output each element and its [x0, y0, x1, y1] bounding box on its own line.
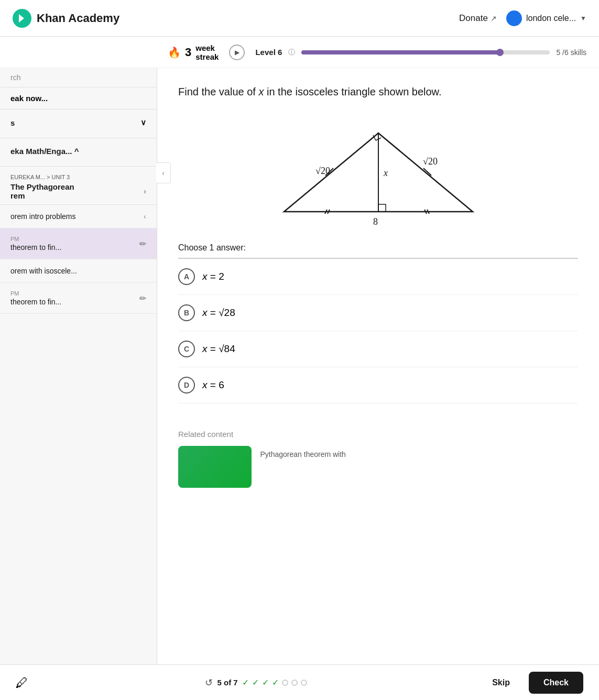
answer-text-a: x = 2 [202, 271, 224, 282]
chevron-right-intro-icon: ‹ [144, 212, 146, 221]
streak-label: streak [195, 52, 219, 61]
sidebar-current-sub: rem [10, 191, 74, 200]
answer-circle-c: C [178, 341, 195, 357]
level-section: Level 6 ⓘ 5 /6 skills [255, 48, 586, 57]
external-link-icon: ↗ [491, 14, 497, 23]
answer-choice-b[interactable]: B x = √28 [178, 295, 578, 331]
sidebar-current-item[interactable]: The Pythagorean rem › [10, 182, 146, 200]
refresh-icon[interactable]: ↺ [205, 677, 213, 688]
sidebar-item-isosceles-label: orem with isoscele... [10, 267, 146, 275]
check-dot-2: ✓ [252, 677, 259, 687]
progress-dot [496, 49, 504, 56]
sidebar-cs-section[interactable]: s ∨ [0, 110, 157, 138]
check-button[interactable]: Check [529, 672, 583, 694]
answer-choice-c[interactable]: C x = √84 [178, 331, 578, 367]
sidebar-item-theorem2-label: theorem to fin... [10, 298, 61, 306]
sidebar-breadcrumb: EUREKA M... > UNIT 3 [10, 174, 146, 180]
hint-icon[interactable]: 🖊 [16, 675, 28, 690]
sidebar-item-theorem1[interactable]: PM theorem to fin... ✏ [0, 228, 157, 259]
related-card[interactable] [178, 446, 252, 488]
sidebar-item-isosceles[interactable]: orem with isoscele... [0, 259, 157, 283]
choose-label: Choose 1 answer: [178, 243, 578, 253]
sidebar-current-label: The Pythagorean [10, 182, 74, 191]
sidebar-math-label: eka Math/Enga... ^ [10, 147, 79, 156]
donate-label: Donate [459, 13, 488, 24]
header: Khan Academy Donate ↗ london cele... ▼ [0, 0, 599, 37]
sidebar-item-theorem1-label: theorem to fin... [10, 243, 61, 251]
check-dot-4: ✓ [272, 677, 279, 687]
site-title: Khan Academy [37, 12, 119, 25]
streak-bar: 🔥 3 week streak ▶ Level 6 ⓘ 5 /6 skills [0, 37, 599, 68]
sidebar-math-section[interactable]: eka Math/Enga... ^ [0, 138, 157, 167]
related-card-title: Pythagorean theorem with [260, 446, 345, 458]
chevron-right-icon: › [144, 187, 146, 195]
header-right: Donate ↗ london cele... ▼ [459, 10, 586, 26]
user-info[interactable]: london cele... ▼ [506, 10, 586, 26]
check-dot-1: ✓ [242, 677, 249, 687]
sidebar: rch eak now... s ∨ eka Math/Enga... ^ EU… [0, 68, 157, 700]
sidebar-collapse-button[interactable]: ‹ [156, 162, 171, 183]
svg-text:√20: √20 [423, 156, 438, 167]
sidebar-item-theorem2-pm: PM [10, 290, 61, 297]
bottom-bar: 🖊 ↺ 5 of 7 ✓ ✓ ✓ ✓ Skip Check [0, 664, 599, 700]
sidebar-item-intro-label: orem intro problems [10, 212, 144, 221]
answer-circle-a: A [178, 268, 195, 285]
sidebar-current-section: EUREKA M... > UNIT 3 The Pythagorean rem… [0, 167, 157, 205]
content-area: Find the value of x in the isosceles tri… [157, 68, 599, 700]
streak-info: 🔥 3 week streak [168, 43, 219, 61]
progress-bar-fill [301, 50, 500, 54]
triangle-diagram: √20 √20 x 8 [178, 112, 578, 227]
sidebar-search: rch [0, 68, 157, 88]
empty-dot-1 [282, 680, 288, 686]
edit-icon: ✏ [139, 239, 146, 249]
related-content: Related content Pythagorean theorem with [178, 424, 578, 490]
streak-label-group: week streak [195, 43, 219, 61]
sidebar-item-theorem2[interactable]: PM theorem to fin... ✏ [0, 283, 157, 314]
chevron-down-cs-icon: ∨ [140, 118, 146, 127]
triangle-svg: √20 √20 x 8 [268, 112, 488, 227]
progress-counter: 5 of 7 [217, 678, 237, 687]
answer-text-c: x = √84 [202, 343, 235, 355]
answer-text-b: x = √28 [202, 307, 235, 319]
svg-text:8: 8 [373, 216, 378, 227]
skip-button[interactable]: Skip [484, 673, 518, 693]
skills-label: 5 /6 skills [556, 48, 586, 57]
search-hint: rch [10, 73, 20, 82]
user-label: london cele... [526, 14, 576, 23]
answer-choice-d[interactable]: D x = 6 [178, 367, 578, 403]
empty-dot-3 [301, 680, 307, 686]
header-left: Khan Academy [13, 9, 119, 28]
sidebar-item-theorem2-content: PM theorem to fin... [10, 290, 61, 306]
progress-bar [301, 50, 550, 54]
week-label: week [195, 43, 219, 52]
sidebar-item-theorem1-pm: PM [10, 236, 61, 242]
answer-circle-b: B [178, 304, 195, 321]
svg-text:√20: √20 [315, 166, 330, 176]
svg-text:x: x [383, 168, 388, 178]
level-info-icon[interactable]: ⓘ [288, 48, 295, 57]
user-avatar [506, 10, 522, 26]
sidebar-cs-header[interactable]: s ∨ [10, 118, 146, 127]
bottom-center: ↺ 5 of 7 ✓ ✓ ✓ ✓ [39, 677, 473, 688]
level-label: Level 6 [255, 48, 282, 57]
related-label: Related content [178, 430, 578, 439]
flame-icon: 🔥 [168, 46, 181, 59]
answer-choice-a[interactable]: A x = 2 [178, 259, 578, 295]
empty-dot-2 [291, 680, 298, 686]
streak-number: 3 [185, 46, 191, 59]
edit2-icon: ✏ [139, 293, 146, 303]
sidebar-item-theorem1-content: PM theorem to fin... [10, 236, 61, 251]
khan-academy-logo-icon [13, 9, 31, 28]
sidebar-peak[interactable]: eak now... [0, 88, 157, 110]
question-text: Find the value of x in the isosceles tri… [178, 84, 578, 100]
answer-circle-d: D [178, 377, 195, 393]
sidebar-math-header[interactable]: eka Math/Enga... ^ [10, 147, 146, 156]
sidebar-item-intro[interactable]: orem intro problems ‹ [0, 205, 157, 228]
answer-text-d: x = 6 [202, 379, 224, 391]
donate-link[interactable]: Donate ↗ [459, 13, 497, 24]
play-button[interactable]: ▶ [229, 45, 245, 60]
chevron-down-icon: ▼ [580, 15, 586, 22]
sidebar-cs-label: s [10, 118, 15, 127]
check-dot-3: ✓ [262, 677, 269, 687]
main-layout: rch eak now... s ∨ eka Math/Enga... ^ EU… [0, 68, 599, 700]
